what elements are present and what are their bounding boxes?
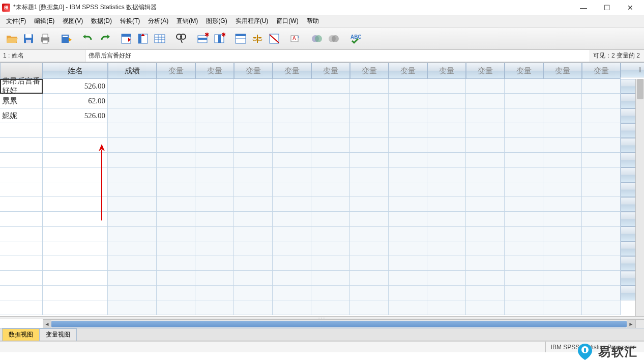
- empty-cell[interactable]: [350, 79, 389, 94]
- data-cell[interactable]: [0, 182, 43, 197]
- data-cell[interactable]: 62.00: [43, 94, 108, 108]
- menu-data[interactable]: 数据(D): [87, 15, 116, 27]
- data-cell[interactable]: 妮妮: [0, 108, 43, 123]
- split-file-icon[interactable]: [233, 31, 248, 46]
- empty-cell[interactable]: [234, 123, 273, 138]
- empty-cell[interactable]: [195, 212, 234, 227]
- empty-cell[interactable]: [273, 153, 311, 167]
- empty-cell[interactable]: [195, 94, 234, 108]
- empty-cell[interactable]: [389, 167, 427, 182]
- empty-cell[interactable]: [582, 256, 621, 271]
- data-cell[interactable]: [43, 286, 108, 300]
- empty-cell[interactable]: [505, 138, 543, 153]
- data-cell[interactable]: [43, 300, 108, 315]
- empty-cell[interactable]: [582, 123, 621, 138]
- empty-cell[interactable]: [543, 153, 582, 167]
- value-labels-icon[interactable]: A1: [288, 31, 303, 46]
- open-icon[interactable]: [4, 31, 19, 46]
- empty-cell[interactable]: [427, 123, 466, 138]
- close-button[interactable]: ✕: [619, 0, 642, 15]
- empty-cell[interactable]: [108, 300, 157, 315]
- empty-cell[interactable]: [273, 197, 311, 212]
- empty-cell[interactable]: [311, 79, 350, 94]
- empty-cell[interactable]: [543, 108, 582, 123]
- empty-cell[interactable]: [108, 94, 157, 108]
- empty-cell[interactable]: [466, 241, 505, 256]
- empty-cell[interactable]: [466, 286, 505, 300]
- empty-cell[interactable]: [234, 153, 273, 167]
- column-header[interactable]: 变量: [427, 63, 466, 79]
- empty-cell[interactable]: [505, 212, 543, 227]
- empty-cell[interactable]: [582, 227, 621, 241]
- data-cell[interactable]: [43, 138, 108, 153]
- maximize-button[interactable]: ☐: [595, 0, 619, 15]
- data-cell[interactable]: 526.00: [43, 108, 108, 123]
- empty-cell[interactable]: [108, 138, 157, 153]
- empty-cell[interactable]: [582, 138, 621, 153]
- empty-cell[interactable]: [273, 108, 311, 123]
- empty-cell[interactable]: [195, 79, 234, 94]
- empty-cell[interactable]: [157, 227, 195, 241]
- empty-cell[interactable]: [350, 271, 389, 286]
- empty-cell[interactable]: [157, 271, 195, 286]
- empty-cell[interactable]: [582, 197, 621, 212]
- empty-cell[interactable]: [389, 197, 427, 212]
- empty-cell[interactable]: [466, 167, 505, 182]
- data-cell[interactable]: [43, 256, 108, 271]
- empty-cell[interactable]: [234, 241, 273, 256]
- data-cell[interactable]: [0, 123, 43, 138]
- empty-cell[interactable]: [466, 227, 505, 241]
- empty-cell[interactable]: [195, 241, 234, 256]
- empty-cell[interactable]: [582, 286, 621, 300]
- empty-cell[interactable]: [195, 286, 234, 300]
- empty-cell[interactable]: [505, 79, 543, 94]
- empty-cell[interactable]: [466, 300, 505, 315]
- empty-cell[interactable]: [157, 153, 195, 167]
- resize-grip[interactable]: [635, 319, 644, 328]
- empty-cell[interactable]: [311, 123, 350, 138]
- empty-cell[interactable]: [543, 286, 582, 300]
- empty-cell[interactable]: [505, 94, 543, 108]
- minimize-button[interactable]: —: [572, 0, 595, 15]
- column-header[interactable]: 变量: [505, 63, 543, 79]
- empty-cell[interactable]: [543, 79, 582, 94]
- empty-cell[interactable]: [108, 256, 157, 271]
- empty-cell[interactable]: [350, 182, 389, 197]
- show-all-icon[interactable]: [326, 31, 341, 46]
- empty-cell[interactable]: [157, 94, 195, 108]
- empty-cell[interactable]: [505, 182, 543, 197]
- empty-cell[interactable]: [427, 197, 466, 212]
- empty-cell[interactable]: [157, 108, 195, 123]
- menu-view[interactable]: 视图(V): [58, 15, 87, 27]
- find-icon[interactable]: [173, 31, 189, 46]
- goto-variable-icon[interactable]: [135, 31, 151, 46]
- empty-cell[interactable]: [195, 271, 234, 286]
- empty-cell[interactable]: [389, 182, 427, 197]
- empty-cell[interactable]: [195, 123, 234, 138]
- empty-cell[interactable]: [389, 138, 427, 153]
- empty-cell[interactable]: [350, 138, 389, 153]
- data-cell[interactable]: [43, 241, 108, 256]
- empty-cell[interactable]: [389, 212, 427, 227]
- empty-cell[interactable]: [350, 241, 389, 256]
- select-cases-icon[interactable]: [267, 31, 282, 46]
- data-cell[interactable]: [43, 227, 108, 241]
- empty-cell[interactable]: [543, 256, 582, 271]
- empty-cell[interactable]: [350, 300, 389, 315]
- menu-help[interactable]: 帮助: [303, 15, 323, 27]
- data-cell[interactable]: 累累: [0, 94, 43, 108]
- empty-cell[interactable]: [157, 167, 195, 182]
- data-cell[interactable]: [43, 271, 108, 286]
- scroll-right-icon[interactable]: ►: [627, 320, 635, 328]
- empty-cell[interactable]: [195, 256, 234, 271]
- empty-cell[interactable]: [582, 271, 621, 286]
- cell-ref-value[interactable]: 佛昂后宫番好好: [85, 50, 589, 62]
- empty-cell[interactable]: [195, 153, 234, 167]
- empty-cell[interactable]: [427, 79, 466, 94]
- empty-cell[interactable]: [195, 300, 234, 315]
- empty-cell[interactable]: [108, 212, 157, 227]
- empty-cell[interactable]: [466, 94, 505, 108]
- empty-cell[interactable]: [582, 108, 621, 123]
- menu-analyze[interactable]: 分析(A): [144, 15, 172, 27]
- empty-cell[interactable]: [157, 79, 195, 94]
